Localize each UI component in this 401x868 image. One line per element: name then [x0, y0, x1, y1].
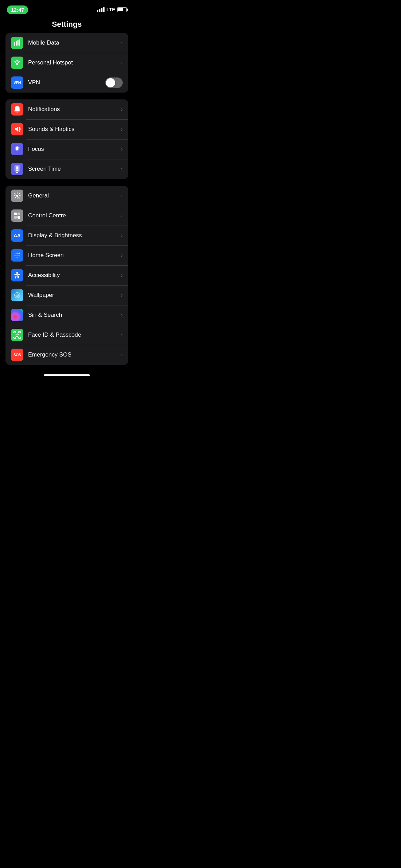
- svg-point-32: [16, 334, 17, 335]
- section-network: Mobile Data › Personal Hotspot › VPN VPN: [5, 33, 128, 93]
- svg-rect-10: [16, 167, 18, 169]
- svg-point-33: [18, 334, 19, 335]
- svg-point-20: [16, 255, 18, 256]
- svg-point-24: [19, 257, 20, 258]
- notifications-chevron: ›: [121, 106, 123, 112]
- row-home-screen[interactable]: Home Screen ›: [5, 245, 128, 265]
- vpn-toggle[interactable]: [105, 77, 123, 88]
- notifications-icon: [11, 103, 23, 116]
- hotspot-label: Personal Hotspot: [28, 59, 120, 66]
- accessibility-icon: [11, 269, 23, 281]
- signal-bars: [97, 7, 105, 12]
- row-accessibility[interactable]: Accessibility ›: [5, 265, 128, 285]
- mobile-data-icon: [11, 37, 23, 49]
- signal-bar-1: [97, 10, 98, 12]
- wallpaper-chevron: ›: [121, 292, 123, 298]
- status-time: 12:47: [7, 5, 28, 14]
- sos-icon-text: SOS: [13, 353, 21, 357]
- svg-point-21: [19, 255, 20, 256]
- home-indicator: [0, 372, 134, 379]
- emergency-sos-label: Emergency SOS: [28, 351, 120, 358]
- svg-rect-3: [19, 39, 20, 46]
- mobile-data-label: Mobile Data: [28, 39, 120, 46]
- svg-rect-31: [19, 337, 21, 338]
- row-sounds-haptics[interactable]: Sounds & Haptics ›: [5, 119, 128, 139]
- face-id-label: Face ID & Passcode: [28, 331, 120, 338]
- battery-body: [117, 7, 127, 12]
- row-personal-hotspot[interactable]: Personal Hotspot ›: [5, 53, 128, 73]
- home-screen-icon: [11, 249, 23, 262]
- display-label: Display & Brightness: [28, 232, 120, 239]
- row-siri-search[interactable]: Siri & Search ›: [5, 305, 128, 325]
- row-vpn[interactable]: VPN VPN: [5, 73, 128, 93]
- accessibility-label: Accessibility: [28, 272, 120, 279]
- focus-icon: [11, 143, 23, 155]
- row-emergency-sos[interactable]: SOS Emergency SOS ›: [5, 345, 128, 365]
- vpn-toggle-knob: [106, 78, 115, 87]
- accessibility-chevron: ›: [121, 272, 123, 278]
- face-id-icon: [11, 329, 23, 341]
- row-control-centre[interactable]: Control Centre ›: [5, 206, 128, 226]
- vpn-icon: VPN: [11, 76, 23, 89]
- display-icon-text: AA: [14, 233, 21, 238]
- general-icon: [11, 190, 23, 202]
- row-display-brightness[interactable]: AA Display & Brightness ›: [5, 226, 128, 245]
- siri-icon: [11, 309, 23, 321]
- svg-rect-9: [16, 170, 19, 171]
- general-chevron: ›: [121, 193, 123, 199]
- status-bar: 12:47 LTE: [0, 0, 134, 17]
- battery-indicator: [117, 7, 127, 12]
- siri-chevron: ›: [121, 312, 123, 318]
- display-icon: AA: [11, 229, 23, 242]
- svg-point-18: [19, 253, 20, 254]
- wallpaper-icon: [11, 289, 23, 301]
- home-bar: [44, 374, 90, 376]
- svg-rect-1: [16, 41, 17, 46]
- svg-point-11: [16, 195, 18, 197]
- svg-rect-15: [17, 216, 20, 219]
- svg-point-23: [16, 257, 18, 258]
- screen-time-chevron: ›: [121, 166, 123, 172]
- svg-rect-2: [17, 40, 19, 46]
- wallpaper-label: Wallpaper: [28, 292, 120, 299]
- vpn-toggle-wrap[interactable]: [105, 77, 123, 88]
- screen-time-label: Screen Time: [28, 166, 120, 172]
- section-notifications: Notifications › Sounds & Haptics › Focus…: [5, 99, 128, 179]
- battery-fill: [118, 8, 123, 11]
- sounds-chevron: ›: [121, 126, 123, 132]
- svg-point-22: [14, 257, 16, 258]
- row-face-id[interactable]: Face ID & Passcode ›: [5, 325, 128, 345]
- control-centre-label: Control Centre: [28, 212, 120, 219]
- sounds-label: Sounds & Haptics: [28, 126, 120, 133]
- display-chevron: ›: [121, 232, 123, 239]
- lte-label: LTE: [107, 7, 115, 12]
- row-general[interactable]: General ›: [5, 186, 128, 206]
- svg-rect-13: [17, 213, 20, 215]
- row-screen-time[interactable]: Screen Time ›: [5, 159, 128, 179]
- row-focus[interactable]: Focus ›: [5, 139, 128, 159]
- home-screen-label: Home Screen: [28, 252, 120, 259]
- control-centre-chevron: ›: [121, 213, 123, 219]
- screen-time-icon: [11, 163, 23, 175]
- focus-chevron: ›: [121, 146, 123, 152]
- row-wallpaper[interactable]: Wallpaper ›: [5, 285, 128, 305]
- signal-bar-2: [99, 9, 100, 12]
- row-notifications[interactable]: Notifications ›: [5, 99, 128, 119]
- row-mobile-data[interactable]: Mobile Data ›: [5, 33, 128, 53]
- hotspot-chevron: ›: [121, 60, 123, 66]
- svg-point-16: [14, 253, 16, 254]
- svg-rect-28: [14, 331, 16, 333]
- emergency-sos-chevron: ›: [121, 352, 123, 358]
- svg-marker-5: [15, 126, 18, 132]
- svg-rect-0: [14, 42, 15, 46]
- vpn-label: VPN: [28, 79, 105, 86]
- svg-point-19: [14, 255, 16, 256]
- mobile-data-chevron: ›: [121, 40, 123, 46]
- status-right: LTE: [97, 7, 127, 12]
- face-id-chevron: ›: [121, 332, 123, 338]
- siri-label: Siri & Search: [28, 312, 120, 318]
- focus-label: Focus: [28, 146, 120, 153]
- svg-rect-29: [19, 331, 21, 333]
- home-screen-chevron: ›: [121, 252, 123, 258]
- svg-point-6: [16, 148, 19, 150]
